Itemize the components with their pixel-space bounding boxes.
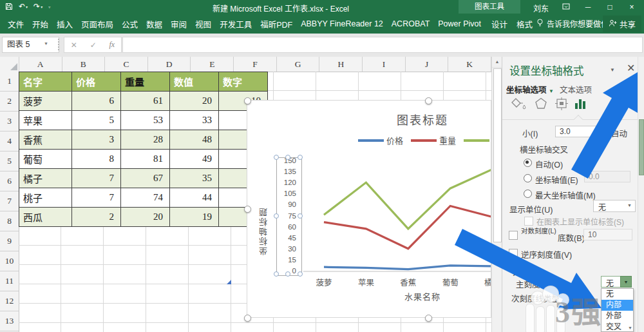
dropdown-option-无[interactable]: 无 <box>601 289 633 300</box>
dropdown-option-内部[interactable]: 内部 <box>601 300 633 311</box>
radio-axis-value-label[interactable]: 坐标轴值(E) <box>535 173 578 186</box>
radio-automatic[interactable] <box>524 159 532 167</box>
y-tick-label[interactable]: 60 <box>278 223 296 231</box>
table-cell[interactable]: 桃子 <box>19 188 72 208</box>
contextual-tab-设计[interactable]: 设计 <box>491 18 507 30</box>
chart-handle-bottom-mid[interactable] <box>425 315 432 322</box>
formula-input[interactable] <box>122 37 643 53</box>
x-category-label[interactable]: 橘子 <box>473 276 491 288</box>
table-header-cell[interactable]: 数字 <box>219 72 268 92</box>
tab-axis-options[interactable]: 坐标轴选项 ▼ <box>506 83 554 95</box>
axis-handle[interactable] <box>298 271 303 277</box>
insert-function-icon[interactable]: fx <box>109 40 115 50</box>
column-header-H[interactable]: H <box>319 57 363 72</box>
user-name[interactable]: 刘东 <box>533 3 549 14</box>
value-axis-title[interactable]: 坐标轴标题 <box>258 184 270 255</box>
y-tick-label[interactable]: 135 <box>278 168 296 175</box>
ribbon-tab-ACROBAT[interactable]: ACROBAT <box>392 19 430 28</box>
tab-text-options[interactable]: 文本选项 <box>560 83 592 95</box>
cancel-entry-icon[interactable]: ✕ <box>71 41 77 50</box>
row-header-5[interactable]: 5 <box>0 151 19 171</box>
row-header-9[interactable]: 9 <box>0 231 19 251</box>
table-cell[interactable]: 67 <box>121 169 170 188</box>
table-cell[interactable]: 74 <box>121 188 170 208</box>
table-cell[interactable]: 20 <box>170 92 219 111</box>
reverse-order-checkbox[interactable] <box>509 249 518 258</box>
table-cell[interactable]: 19 <box>170 208 219 227</box>
table-cell[interactable]: 8 <box>72 150 121 169</box>
category-axis-title[interactable]: 水果名称 <box>384 290 461 302</box>
chart-handle-top-left[interactable] <box>244 97 251 104</box>
minor-unit-input[interactable] <box>555 126 602 137</box>
column-header-J[interactable]: J <box>406 57 449 72</box>
table-cell[interactable]: 49 <box>170 150 219 169</box>
contextual-tab-格式[interactable]: 格式 <box>516 18 533 30</box>
maximize-button[interactable]: □ <box>599 0 621 14</box>
radio-automatic-label[interactable]: 自动(O) <box>535 158 563 170</box>
scrollbar-thumb[interactable] <box>493 68 502 242</box>
row-header-1[interactable]: 1 <box>0 72 19 92</box>
x-category-label[interactable]: 苹果 <box>346 276 385 288</box>
axis-options-icon[interactable] <box>574 97 587 113</box>
axis-handle[interactable] <box>285 271 290 277</box>
x-category-label[interactable]: 香蕉 <box>389 276 428 288</box>
ribbon-tab-数据[interactable]: 数据 <box>146 18 162 30</box>
radio-axis-value[interactable] <box>524 174 532 182</box>
major-tick-dropdown-button[interactable]: ▼ <box>620 276 632 288</box>
chart-handle-top-mid[interactable] <box>425 97 432 104</box>
pane-scrollbar-thumb[interactable] <box>639 119 644 175</box>
series-line-重量[interactable] <box>324 206 491 255</box>
table-cell[interactable]: 香蕉 <box>19 130 72 150</box>
table-cell[interactable]: 7 <box>72 188 121 208</box>
table-cell[interactable]: 20 <box>121 208 170 227</box>
row-header-7[interactable]: 7 <box>0 191 19 211</box>
ribbon-tab-ABBYY FineReader 12[interactable]: ABBYY FineReader 12 <box>301 19 383 28</box>
table-cell[interactable]: 葡萄 <box>19 150 72 169</box>
redo-caret-icon[interactable]: ▾ <box>41 5 43 9</box>
column-header-I[interactable]: I <box>363 57 406 72</box>
table-cell[interactable]: 西瓜 <box>19 208 72 227</box>
redo-icon[interactable]: ↷▾ <box>33 2 43 11</box>
dropdown-option-外部[interactable]: 外部 <box>601 311 633 322</box>
table-resize-handle[interactable] <box>227 280 231 284</box>
y-tick-label[interactable]: 120 <box>278 179 296 186</box>
row-header-11[interactable]: 11 <box>0 271 19 291</box>
name-box-caret-icon[interactable]: ▼ <box>44 41 48 46</box>
table-header-cell[interactable]: 数值 <box>170 72 219 92</box>
row-header-10[interactable]: 10 <box>0 251 19 271</box>
select-all-corner[interactable] <box>0 57 19 72</box>
radio-max-value-label[interactable]: 最大坐标轴值(M) <box>535 189 596 201</box>
major-tick-dropdown[interactable]: 无 <box>601 276 621 288</box>
y-tick-label[interactable]: 105 <box>278 190 296 197</box>
table-cell[interactable]: 48 <box>170 130 219 150</box>
column-header-G[interactable]: G <box>277 57 320 72</box>
ribbon-tab-插入[interactable]: 插入 <box>57 18 73 30</box>
table-cell[interactable]: 44 <box>170 188 219 208</box>
pane-scrollbar[interactable] <box>638 57 644 332</box>
table-cell[interactable]: 2 <box>72 208 121 227</box>
undo-icon[interactable]: ↶▾ <box>19 2 28 11</box>
y-tick-label[interactable]: 15 <box>278 256 296 264</box>
table-cell[interactable]: 35 <box>170 169 219 188</box>
row-header-13[interactable]: 13 <box>0 311 19 331</box>
table-cell[interactable]: 橘子 <box>19 169 72 188</box>
table-cell[interactable]: 菠萝 <box>19 92 72 111</box>
qat-customize-icon[interactable]: ▿ <box>48 5 50 9</box>
y-tick-label[interactable]: 45 <box>278 234 296 242</box>
table-header-cell[interactable]: 价格 <box>72 72 121 92</box>
sheet-vertical-scrollbar[interactable]: ▲ <box>491 57 502 332</box>
list-scroll-down-icon[interactable]: ▼ <box>628 326 632 330</box>
tick-marks-section-label[interactable]: 刻度线 <box>513 266 537 278</box>
row-header-3[interactable]: 3 <box>0 112 19 132</box>
y-tick-label[interactable]: 75 <box>278 212 296 220</box>
row-header-12[interactable]: 12 <box>0 291 19 311</box>
axis-handle[interactable] <box>274 271 279 277</box>
ribbon-tab-公式[interactable]: 公式 <box>122 18 138 30</box>
display-units-dropdown[interactable]: 无▼ <box>593 200 636 212</box>
chart-handle-bottom-left[interactable] <box>244 315 251 322</box>
radio-max-value[interactable] <box>524 190 532 198</box>
y-tick-label[interactable]: 30 <box>278 245 296 253</box>
log-base-input[interactable] <box>583 229 632 240</box>
x-category-label[interactable]: 葡萄 <box>431 276 469 288</box>
axis-handle[interactable] <box>298 155 303 160</box>
